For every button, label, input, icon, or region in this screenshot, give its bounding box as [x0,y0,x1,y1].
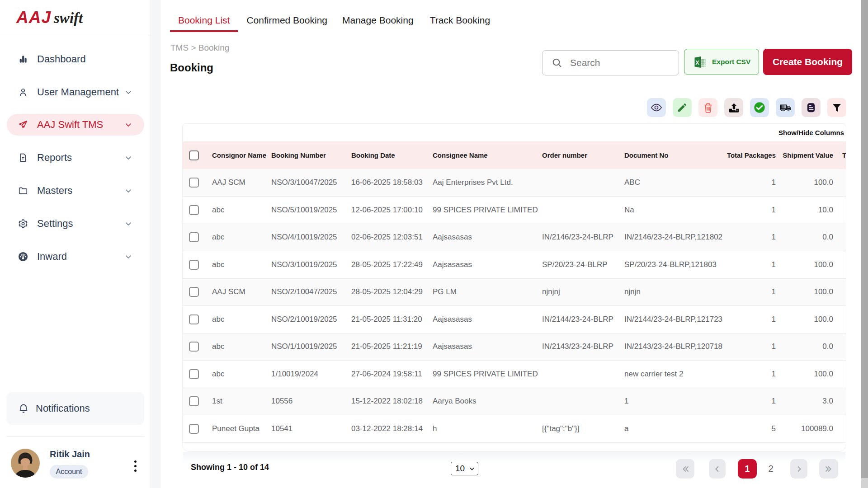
svg-text:X: X [695,59,699,66]
